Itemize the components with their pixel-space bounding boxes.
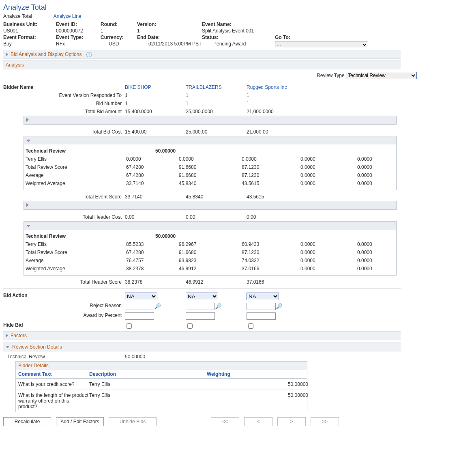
collapse-icon[interactable]: [26, 225, 30, 227]
section-factors[interactable]: Factors: [3, 331, 401, 340]
table-row: What is the length of the product warran…: [16, 390, 307, 412]
technical-review-box-2: Technical Review 50.00000 Terry Ellis85.…: [24, 221, 397, 276]
unhide-bids-button[interactable]: Unhide Bids: [109, 417, 157, 426]
label-total-bid-amount: Total Bid Amount: [3, 109, 125, 114]
hide-bid-checkbox-0[interactable]: [127, 323, 132, 329]
total-bid-cost-box: [24, 116, 397, 125]
section-bid-analysis-options-label: Bid Analysis and Display Options: [11, 52, 82, 57]
goto-container: ...: [275, 41, 372, 48]
value-bidcost-1: 25,000.00: [186, 129, 247, 135]
lookup-icon[interactable]: 🔍: [215, 303, 222, 309]
award-percent-input-2[interactable]: [247, 312, 276, 320]
reject-reason-input-2[interactable]: [247, 303, 276, 310]
add-edit-factors-button[interactable]: Add / Edit Factors: [56, 417, 104, 426]
value-tech2-weight: 50.00000: [155, 233, 179, 239]
value-score-0: 33.7140: [125, 194, 186, 200]
bidder-link-trailblazers[interactable]: TRAILBLAZERS: [186, 84, 247, 90]
award-percent-input-0[interactable]: [125, 312, 154, 320]
cell-value: 67.4280: [126, 172, 179, 178]
tab-analyze-line[interactable]: Analyze Line: [54, 13, 82, 19]
table-row: Total Review Score67.428091.668087.12300…: [26, 163, 395, 171]
value-version: 1: [137, 28, 202, 34]
cell-value: 45.8340: [179, 181, 242, 186]
value-business-unit: US001: [3, 28, 56, 34]
value-bidamt-2: 21,000.0000: [247, 109, 311, 114]
value-thc-1: 0.00: [186, 214, 247, 220]
cell-desc-0: Terry Ellis: [89, 381, 207, 387]
value-bidamt-0: 15,400.0000: [125, 109, 186, 114]
label-event-version-responded: Event Version Responded To: [3, 93, 125, 98]
cell-value: 46.9912: [179, 266, 242, 271]
value-currency: USD: [101, 41, 137, 48]
col-comment-text[interactable]: Comment Text: [18, 371, 89, 377]
value-event-name: Split Analysis Event 001: [202, 28, 275, 34]
cell-value: 0.0000: [357, 241, 394, 247]
value-bidnum-0: 1: [125, 101, 186, 106]
last-page-button[interactable]: >>: [311, 417, 339, 426]
next-page-button[interactable]: >: [277, 417, 306, 426]
first-page-button[interactable]: <<: [211, 417, 239, 426]
hide-bid-checkbox-1[interactable]: [187, 323, 193, 329]
value-bidamt-1: 25,000.0000: [186, 109, 247, 114]
value-rd-weight: 50.00000: [125, 354, 186, 360]
bidder-link-rugged-sports[interactable]: Rugged Sports Inc: [247, 84, 311, 90]
reject-reason-input-0[interactable]: [125, 303, 154, 310]
bid-action-select-1[interactable]: NA: [186, 293, 218, 300]
award-percent-input-1[interactable]: [186, 312, 215, 320]
label-event-type: Event Type:: [56, 34, 101, 40]
bidder-link-bike-shop[interactable]: BIKE SHOP: [125, 84, 186, 90]
label-event-id: Event ID:: [56, 22, 101, 27]
cell-value: 87.1230: [242, 172, 300, 178]
review-type-select[interactable]: Technical Review: [346, 72, 417, 79]
recalculate-button[interactable]: Recalculate: [3, 417, 51, 426]
help-icon[interactable]: ?: [86, 52, 92, 57]
value-ver-1: 1: [186, 93, 247, 98]
goto-select[interactable]: ...: [275, 41, 368, 48]
cell-value: 0.0000: [242, 156, 300, 162]
cell-value: 38.2378: [126, 266, 179, 271]
collapse-icon[interactable]: [26, 140, 30, 142]
label-status: Status:: [202, 34, 275, 40]
table-row: Average76.475793.982374.03320.00000.0000: [26, 256, 395, 265]
expand-icon[interactable]: [26, 118, 29, 122]
review-details-header: Technical Review 50.00000: [3, 354, 469, 360]
cell-value: 0.0000: [300, 181, 357, 186]
table-row: Weighted Average38.237846.991237.01660.0…: [26, 265, 395, 273]
analysis-table: Bidder Name BIKE SHOP TRAILBLAZERS Rugge…: [3, 83, 401, 331]
label-end-date: End Date:: [137, 34, 202, 40]
section-review-details[interactable]: Review Section Details: [3, 342, 401, 351]
page-title: Analyze Total: [3, 3, 469, 12]
section-bid-analysis-options[interactable]: Bid Analysis and Display Options ?: [3, 50, 401, 59]
expand-icon[interactable]: [26, 203, 29, 207]
label-version: Version:: [137, 22, 202, 27]
bid-action-select-0[interactable]: NA: [125, 293, 157, 300]
col-weighting[interactable]: Weighting: [207, 371, 308, 377]
cell-value: 0.0000: [300, 266, 357, 271]
tab-analyze-total[interactable]: Analyze Total: [3, 13, 32, 19]
row-label: Terry Ellis: [26, 241, 126, 247]
table-row: Average67.428091.668087.12300.00000.0000: [26, 171, 395, 179]
value-bidnum-2: 1: [247, 101, 311, 106]
hide-bid-checkbox-2[interactable]: [248, 323, 253, 329]
cell-value: 91.6680: [179, 172, 242, 178]
reject-reason-input-1[interactable]: [186, 303, 215, 310]
section-analysis: Analysis: [3, 60, 401, 69]
row-label: Weighted Average: [26, 266, 126, 271]
label-bid-number: Bid Number: [3, 101, 125, 106]
bid-action-select-2[interactable]: NA: [247, 293, 279, 300]
lookup-icon[interactable]: 🔍: [154, 303, 161, 309]
value-thc-2: 0.00: [247, 214, 311, 220]
value-bidcost-2: 21,000.00: [247, 129, 311, 135]
lookup-icon[interactable]: 🔍: [276, 303, 283, 309]
label-round: Round:: [101, 22, 137, 27]
col-description[interactable]: Description: [89, 371, 207, 377]
table-row: What is your credit score? Terry Ellis 5…: [16, 379, 307, 390]
value-end-date: 02/11/2013 5:00PM PST: [137, 41, 202, 48]
label-business-unit: Business Unit:: [3, 22, 56, 27]
tab-bar: Analyze Total Analyze Line: [3, 13, 469, 19]
prev-page-button[interactable]: <: [244, 417, 272, 426]
row-label: Average: [26, 258, 126, 263]
cell-value: 91.6680: [179, 164, 242, 170]
cell-comment-1: What is the length of the product warran…: [18, 392, 89, 409]
value-event-id: 0000000072: [56, 28, 101, 34]
